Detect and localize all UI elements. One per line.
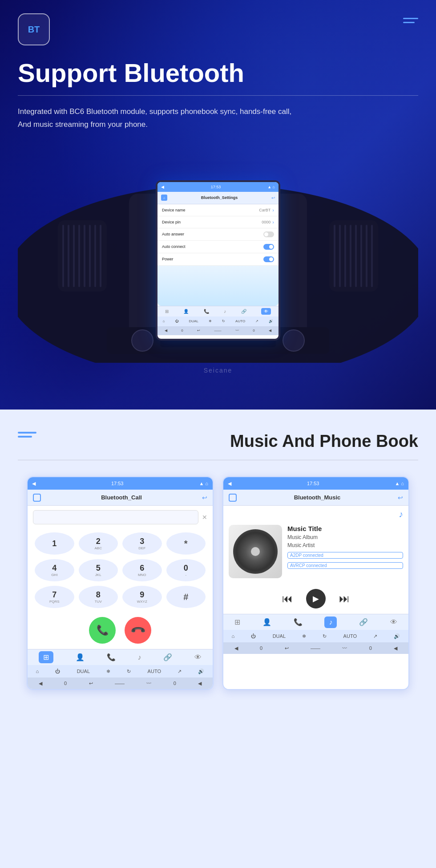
dial-key-9[interactable]: 9WXYZ: [122, 586, 162, 608]
music-ctrl-recycle[interactable]: ↻: [323, 633, 327, 639]
screen-tab-music[interactable]: ♪: [224, 309, 226, 314]
music-tab-link[interactable]: 🔗: [359, 618, 368, 626]
call-tab-link[interactable]: 🔗: [163, 653, 172, 661]
music-bot-back[interactable]: ◀: [234, 645, 238, 651]
music-ctrl-arrow[interactable]: ↗: [373, 633, 377, 639]
music-bot-slider[interactable]: ——: [311, 645, 320, 651]
call-answer-btn[interactable]: 📞: [89, 617, 116, 644]
ctrl-dual[interactable]: DUAL: [189, 319, 198, 323]
bot-back[interactable]: ◀: [165, 329, 167, 333]
music-tab-grid[interactable]: ⊞: [234, 618, 240, 626]
music-ctrl-auto[interactable]: AUTO: [343, 633, 357, 639]
dial-key-6[interactable]: 6MNO: [122, 559, 162, 581]
screen-tab-link[interactable]: 🔗: [241, 309, 246, 314]
music-ctrl-pwr[interactable]: ⏻: [251, 633, 256, 639]
call-tab-eye[interactable]: 👁: [194, 653, 202, 661]
call-ctrl-arrow[interactable]: ↗: [178, 669, 182, 674]
call-home-icon[interactable]: [33, 494, 41, 502]
music-bot-heat[interactable]: 〰: [342, 645, 347, 651]
music-prev-btn[interactable]: ⏮: [282, 592, 293, 605]
call-bot-back[interactable]: ◀: [39, 681, 42, 686]
music-tab-music[interactable]: ♪: [324, 617, 337, 628]
music-nav-back[interactable]: ↩: [398, 494, 403, 501]
call-clear-btn[interactable]: ✕: [202, 514, 207, 521]
ctrl-power[interactable]: ⏻: [175, 319, 178, 323]
dial-key-hash[interactable]: #: [166, 586, 206, 608]
music-ctrl-home[interactable]: ⌂: [232, 633, 235, 639]
music-ctrl-vol[interactable]: 🔊: [394, 633, 400, 639]
call-tab-grid[interactable]: ⊞: [39, 651, 53, 663]
dial-key-2[interactable]: 2ABC: [79, 532, 118, 555]
music-tab-phone[interactable]: 📞: [294, 618, 303, 626]
screen-home-icon[interactable]: ⌂: [161, 195, 167, 201]
call-hangup-btn[interactable]: 📞: [119, 612, 157, 649]
call-tab-person[interactable]: 👤: [76, 653, 85, 661]
dial-key-1[interactable]: 1: [35, 532, 74, 555]
call-number-input[interactable]: [33, 510, 198, 524]
call-back-btn[interactable]: ◀: [32, 481, 36, 487]
call-ctrl-snow[interactable]: ❄: [106, 669, 110, 674]
ctrl-snow[interactable]: ❄: [209, 319, 212, 323]
call-ctrl-recycle[interactable]: ↻: [127, 669, 131, 674]
power-toggle[interactable]: [263, 256, 274, 262]
bot-heat[interactable]: 〰: [235, 329, 239, 333]
bot-zero[interactable]: 0: [181, 329, 183, 333]
auto-connect-toggle[interactable]: [263, 244, 274, 250]
ctrl-vol[interactable]: 🔊: [269, 319, 273, 323]
call-bot-zero[interactable]: 0: [64, 681, 67, 686]
call-bot-heat[interactable]: 〰: [146, 681, 151, 686]
music-home-icon[interactable]: [229, 494, 237, 502]
bot-sound[interactable]: ◀: [269, 329, 271, 333]
music-next-btn[interactable]: ⏭: [339, 592, 350, 605]
call-ctrl-pwr[interactable]: ⏻: [55, 669, 60, 674]
music-tab-eye[interactable]: 👁: [390, 618, 397, 626]
ctrl-recycle[interactable]: ↻: [222, 319, 225, 323]
call-nav-back[interactable]: ↩: [202, 494, 207, 501]
call-tab-music[interactable]: ♪: [137, 653, 141, 661]
music-bot-zero2[interactable]: 0: [369, 645, 372, 651]
dial-key-7[interactable]: 7PQRS: [35, 586, 74, 608]
call-bot-snd[interactable]: ◀: [198, 681, 202, 686]
ctrl-auto[interactable]: AUTO: [235, 319, 245, 323]
screen-row-device-pin[interactable]: Device pin 0000 ›: [157, 216, 279, 228]
bot-return[interactable]: ↩: [197, 329, 200, 333]
call-ctrl-auto[interactable]: AUTO: [148, 669, 161, 674]
dial-key-0[interactable]: 0-: [166, 559, 206, 581]
screen-nav-back[interactable]: ↩: [271, 195, 275, 200]
call-bot-ret[interactable]: ↩: [89, 681, 93, 686]
call-ctrl-home[interactable]: ⌂: [36, 669, 39, 674]
screen-back-btn[interactable]: ◀: [161, 185, 164, 189]
dial-key-4[interactable]: 4GHI: [35, 559, 74, 581]
screen-tab-phone[interactable]: 📞: [204, 309, 209, 314]
screen-tab-grid[interactable]: ⊞: [165, 309, 169, 314]
bot-zero2[interactable]: 0: [253, 329, 254, 333]
call-bot-slider[interactable]: ——: [115, 681, 125, 686]
dial-key-3[interactable]: 3DEF: [122, 532, 162, 555]
auto-answer-toggle[interactable]: [263, 231, 274, 237]
music-bot-snd[interactable]: ◀: [394, 645, 397, 651]
music-tab-person[interactable]: 👤: [262, 618, 271, 626]
ctrl-arrow[interactable]: ↗: [255, 319, 258, 323]
music-bot-zero[interactable]: 0: [260, 645, 262, 651]
screen-row-auto-answer[interactable]: Auto answer: [157, 228, 279, 241]
ctrl-home[interactable]: ⌂: [163, 319, 165, 323]
screen-tab-person[interactable]: 👤: [183, 309, 189, 314]
dial-key-star[interactable]: *: [166, 532, 206, 555]
screen-row-device-name[interactable]: Device name CarBT ›: [157, 204, 279, 216]
music-bot-ret[interactable]: ↩: [285, 645, 289, 651]
section2-menu-icon[interactable]: [18, 432, 36, 438]
screen-row-power[interactable]: Power: [157, 253, 279, 266]
dial-key-5[interactable]: 5JKL: [79, 559, 118, 581]
call-bot-zero2[interactable]: 0: [174, 681, 176, 686]
call-ctrl-vol[interactable]: 🔊: [198, 669, 204, 674]
hamburger-menu-button[interactable]: [403, 13, 418, 23]
screen-row-auto-connect[interactable]: Auto connect: [157, 241, 279, 253]
screen-tab-eye[interactable]: 👁: [261, 308, 271, 315]
call-tab-phone[interactable]: 📞: [107, 653, 116, 661]
music-ctrl-dual[interactable]: DUAL: [273, 633, 286, 639]
music-play-btn[interactable]: ▶: [306, 589, 326, 608]
bot-slider[interactable]: ——: [214, 329, 221, 333]
music-back-btn[interactable]: ◀: [228, 481, 231, 487]
call-ctrl-dual[interactable]: DUAL: [77, 669, 90, 674]
music-ctrl-snow[interactable]: ❄: [302, 633, 306, 639]
